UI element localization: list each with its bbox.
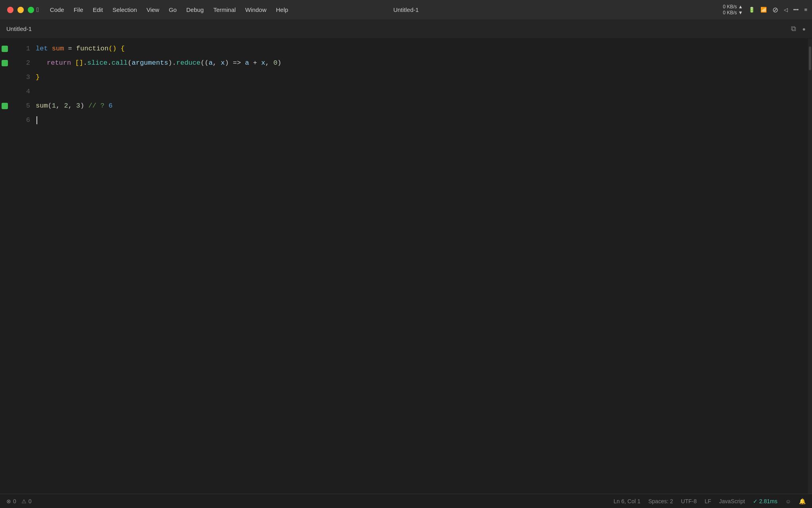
language-mode[interactable]: JavaScript	[719, 498, 745, 504]
breakpoint-2[interactable]	[2, 60, 8, 66]
tabbar: Untitled-1 ⧉ ●	[0, 19, 812, 38]
breakpoints-column	[0, 38, 12, 494]
back-icon: ◁	[784, 7, 788, 13]
menu-view[interactable]: View	[142, 4, 164, 15]
line-numbers: 1 2 3 4 5 6	[12, 38, 36, 494]
cursor-position[interactable]: Ln 6, Col 1	[614, 498, 641, 504]
feedback-icon[interactable]: ☺	[785, 498, 791, 504]
menu-bar:  Code File Edit Selection View Go Debug…	[32, 4, 293, 15]
publish-icon[interactable]: ●	[802, 26, 806, 32]
network-status: 0 KB/s ▲0 KB/s ▼	[723, 4, 743, 15]
menu-edit[interactable]: Edit	[88, 4, 108, 15]
editor[interactable]: 1 2 3 4 5 6 let sum = function () { retu…	[0, 38, 812, 494]
menu-window[interactable]: Window	[241, 4, 271, 15]
maximize-button[interactable]	[28, 7, 34, 13]
code-line-3: }	[36, 70, 808, 85]
menu-file[interactable]: File	[69, 4, 88, 15]
warning-number: 0	[29, 498, 32, 504]
breakpoint-1[interactable]	[2, 46, 8, 52]
code-line-5: sum ( 1 , 2 , 3 ) // ? 6	[36, 99, 808, 113]
wifi-icon: 📶	[760, 7, 767, 13]
menu-help[interactable]: Help	[271, 4, 293, 15]
warning-icon: ⚠	[21, 498, 27, 504]
menu-selection[interactable]: Selection	[108, 4, 142, 15]
timing-status: ✓ 2.81ms	[753, 498, 778, 504]
scrollbar-thumb[interactable]	[809, 46, 811, 70]
menubar:  Code File Edit Selection View Go Debug…	[0, 0, 812, 19]
code-editor[interactable]: let sum = function () { return [ ] . sli…	[36, 38, 808, 494]
statusbar: ⊗ 0 ⚠ 0 Ln 6, Col 1 Spaces: 2 UTF-8 LF J…	[0, 494, 812, 508]
dots-icon: •••	[793, 7, 799, 13]
code-line-1: let sum = function () {	[36, 42, 808, 56]
error-icon: ⊗	[6, 498, 11, 504]
minimize-button[interactable]	[17, 7, 24, 13]
code-line-2: return [ ] . slice . call ( arguments ).…	[36, 56, 808, 70]
error-number: 0	[13, 498, 16, 504]
split-editor-icon[interactable]: ⧉	[791, 25, 796, 33]
menu-go[interactable]: Go	[164, 4, 182, 15]
vpn-icon: ⊘	[772, 6, 778, 14]
statusbar-right: Ln 6, Col 1 Spaces: 2 UTF-8 LF JavaScrip…	[614, 498, 806, 504]
window-title: Untitled-1	[393, 6, 419, 13]
menu-code[interactable]: Code	[45, 4, 69, 15]
menu-terminal[interactable]: Terminal	[209, 4, 241, 15]
tab-filename[interactable]: Untitled-1	[6, 25, 32, 32]
notifications-icon[interactable]: 🔔	[799, 498, 806, 504]
error-count[interactable]: ⊗ 0 ⚠ 0	[6, 498, 32, 504]
file-encoding[interactable]: UTF-8	[681, 498, 697, 504]
vertical-scrollbar[interactable]	[808, 38, 812, 494]
tabbar-icons: ⧉ ●	[791, 25, 806, 33]
traffic-lights	[0, 7, 34, 13]
indentation[interactable]: Spaces: 2	[648, 498, 673, 504]
menubar-right: 0 KB/s ▲0 KB/s ▼ 🔋 📶 ⊘ ◁ ••• ≡	[723, 4, 807, 15]
breakpoint-5[interactable]	[2, 103, 8, 109]
menu-debug[interactable]: Debug	[182, 4, 209, 15]
code-line-6	[36, 113, 808, 127]
code-line-4	[36, 85, 808, 99]
line-ending[interactable]: LF	[705, 498, 711, 504]
battery-icon: 🔋	[749, 7, 755, 13]
list-icon: ≡	[804, 7, 807, 13]
statusbar-left: ⊗ 0 ⚠ 0	[6, 498, 32, 504]
close-button[interactable]	[7, 7, 13, 13]
